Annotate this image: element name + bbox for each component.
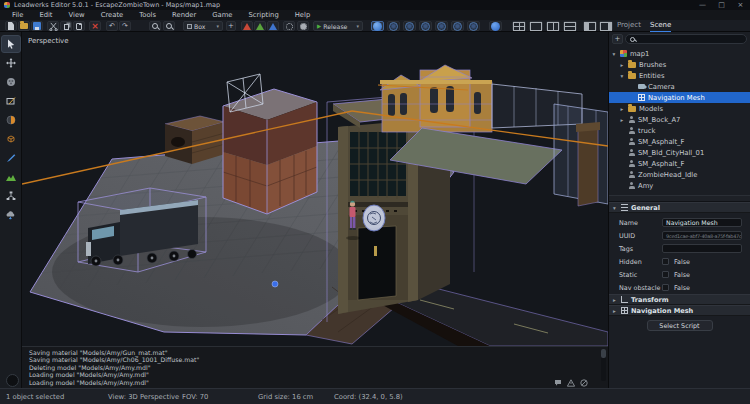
notifications-icon[interactable]	[6, 374, 19, 387]
render-mode-4-button[interactable]	[419, 21, 432, 31]
blue-wall[interactable]	[554, 104, 608, 206]
render-mode-7-button[interactable]	[467, 21, 480, 31]
redo-button[interactable]: ↷	[119, 21, 131, 31]
undo-button[interactable]: ↶	[106, 21, 118, 31]
static-checkbox[interactable]	[662, 271, 669, 278]
copy-button[interactable]	[60, 21, 72, 31]
chevron-collapsed-icon[interactable]: ▸	[619, 117, 625, 123]
vertex-handle-dot[interactable]	[272, 281, 278, 287]
tree-item-camera[interactable]: Camera	[609, 81, 750, 92]
zoom-in-button[interactable]	[163, 21, 175, 31]
chevron-collapsed-icon[interactable]: ▸	[619, 106, 625, 112]
terrain-raise-button[interactable]	[241, 21, 253, 31]
tool-move-button[interactable]	[1, 54, 21, 72]
render-mode-lit-button[interactable]	[489, 21, 502, 31]
cut-button[interactable]	[47, 21, 59, 31]
layout-vsplit-button[interactable]	[546, 21, 560, 31]
section-general[interactable]: ▾ General	[609, 202, 750, 213]
tool-sculpt-button[interactable]	[1, 73, 21, 91]
new-file-button[interactable]	[5, 21, 17, 31]
viewport-canvas[interactable]	[22, 32, 608, 346]
tree-item-map1[interactable]: ▾map1	[609, 48, 750, 59]
messages-filter-icon[interactable]	[554, 379, 562, 387]
section-transform[interactable]: ▸ Transform	[609, 294, 750, 305]
tool-terrain-button[interactable]	[1, 168, 21, 186]
tree-item-sm-asphalt-f-2[interactable]: SM_Asphalt_F	[609, 158, 750, 169]
toggle-right-panel-button[interactable]	[599, 21, 613, 31]
run-game-dropdown[interactable]: ▶Release▾	[313, 21, 363, 31]
nav-obstacle-checkbox[interactable]	[662, 284, 669, 291]
menu-render[interactable]: Render	[164, 10, 204, 20]
tags-input[interactable]	[662, 244, 742, 253]
menu-file[interactable]: File	[4, 10, 31, 20]
render-mode-2-button[interactable]	[387, 21, 400, 31]
hidden-checkbox[interactable]	[662, 258, 669, 265]
tree-item-sm-bock-a7[interactable]: ▸SM_Bock_A7	[609, 114, 750, 125]
tree-item-entities[interactable]: ▾Entities	[609, 70, 750, 81]
menu-help[interactable]: Help	[287, 10, 319, 20]
gizmo-disc[interactable]	[363, 205, 385, 231]
toggle-left-panel-button[interactable]	[583, 21, 597, 31]
tree-item-models[interactable]: ▸Models	[609, 103, 750, 114]
layout-hsplit-button[interactable]	[563, 21, 577, 31]
tab-project[interactable]: Project	[617, 21, 641, 31]
tree-item-zombiehead-idle[interactable]: ZombieHead_Idle	[609, 169, 750, 180]
tree-item-sm-bld-cityhall[interactable]: SM_Bld_CityHall_01	[609, 147, 750, 158]
tool-entity-button[interactable]	[1, 130, 21, 148]
tree-search[interactable]	[625, 34, 747, 44]
brick-cube[interactable]	[223, 89, 317, 214]
primitive-dropdown[interactable]: Box▾	[183, 21, 223, 31]
add-entity-button[interactable]: +	[612, 34, 623, 44]
add-primitive-button[interactable]: +	[226, 21, 236, 31]
tool-material-button[interactable]	[1, 111, 21, 129]
search-input[interactable]	[637, 35, 727, 43]
close-button[interactable]: ×	[731, 0, 750, 10]
menu-edit[interactable]: Edit	[31, 10, 60, 20]
tree-item-amy[interactable]: Amy	[609, 180, 750, 191]
uuid-input[interactable]: 9ced1cae-abf7-40a8-a75f-fab47ca8eaa6	[662, 231, 742, 240]
tool-hierarchy-button[interactable]	[1, 187, 21, 205]
menu-game[interactable]: Game	[204, 10, 240, 20]
render-mode-6-button[interactable]	[451, 21, 464, 31]
save-button[interactable]	[31, 21, 43, 31]
tool-paint-button[interactable]	[1, 149, 21, 167]
project-settings-button[interactable]	[297, 21, 309, 31]
paste-button[interactable]	[73, 21, 85, 31]
maximize-button[interactable]: □	[712, 0, 731, 10]
open-button[interactable]	[18, 21, 30, 31]
terrain-paint-button[interactable]	[254, 21, 266, 31]
chevron-collapsed-icon[interactable]: ▸	[619, 62, 625, 68]
panel-splitter[interactable]	[609, 195, 750, 202]
name-input[interactable]: Navigation Mesh	[662, 218, 742, 227]
tool-face-edit-button[interactable]	[1, 92, 21, 110]
chevron-expanded-icon[interactable]: ▾	[611, 51, 617, 57]
menu-scripting[interactable]: Scripting	[240, 10, 286, 20]
menu-create[interactable]: Create	[93, 10, 132, 20]
tree-item-sm-asphalt-f[interactable]: SM_Asphalt_F	[609, 136, 750, 147]
zoom-out-button[interactable]	[149, 21, 161, 31]
render-mode-solid-button[interactable]	[371, 21, 384, 31]
warnings-filter-icon[interactable]	[567, 379, 575, 387]
tool-physics-button[interactable]	[1, 206, 21, 224]
layout-quad-button[interactable]	[512, 21, 526, 31]
select-script-button[interactable]: Select Script	[647, 320, 713, 331]
terrain-smooth-button[interactable]	[267, 21, 279, 31]
minimize-button[interactable]: —	[693, 0, 712, 10]
menu-view[interactable]: View	[61, 10, 93, 20]
tree-item-navigation-mesh[interactable]: Navigation Mesh	[609, 92, 750, 103]
render-mode-5-button[interactable]	[435, 21, 448, 31]
render-mode-3-button[interactable]	[403, 21, 416, 31]
console-log[interactable]: Saving material "Models/Amy/Gun_mat.mat"…	[22, 346, 608, 388]
menu-tools[interactable]: Tools	[131, 10, 164, 20]
tool-select-button[interactable]	[1, 35, 21, 53]
settings-button[interactable]	[283, 21, 295, 31]
tree-item-brushes[interactable]: ▸Brushes	[609, 59, 750, 70]
errors-filter-icon[interactable]	[580, 379, 588, 387]
layout-single-button[interactable]	[529, 21, 543, 31]
section-navigation-mesh[interactable]: ▸ Navigation Mesh	[609, 305, 750, 316]
delete-button[interactable]: ×	[89, 21, 101, 31]
console-scrollbar[interactable]	[601, 349, 606, 381]
tree-item-truck[interactable]: truck	[609, 125, 750, 136]
chevron-expanded-icon[interactable]: ▾	[619, 73, 625, 79]
3d-viewport[interactable]: Perspective	[22, 32, 608, 346]
